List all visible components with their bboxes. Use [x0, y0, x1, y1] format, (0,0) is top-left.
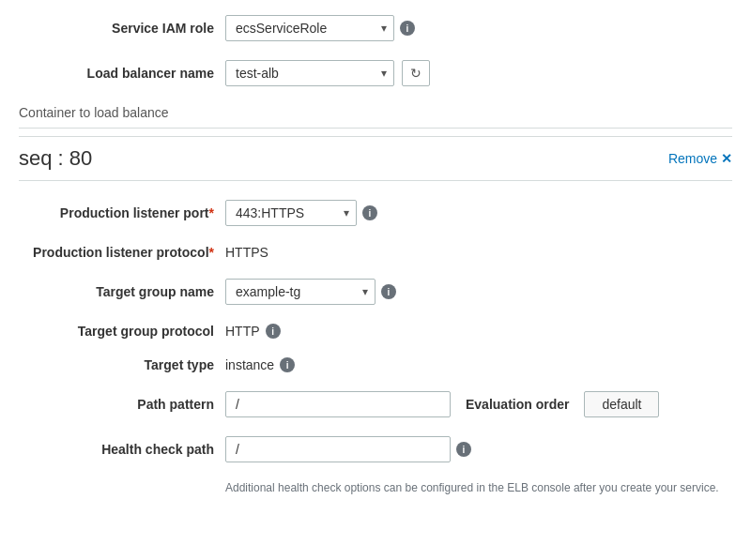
- evaluation-order-label: Evaluation order: [466, 397, 569, 412]
- target-type-label: Target type: [19, 357, 225, 372]
- container-id: seq : 80: [19, 146, 92, 171]
- remove-x-icon: ✕: [721, 151, 732, 166]
- target-type-value: instance: [225, 357, 274, 372]
- service-iam-role-info-icon[interactable]: i: [400, 21, 415, 36]
- service-iam-role-label: Service IAM role: [19, 21, 225, 36]
- target-group-protocol-label: Target group protocol: [19, 324, 225, 339]
- production-listener-port-info-icon[interactable]: i: [362, 205, 377, 220]
- target-type-info-icon[interactable]: i: [280, 357, 295, 372]
- target-type-row: Target type instance i: [19, 357, 732, 372]
- path-pattern-row: Path pattern Evaluation order: [19, 391, 732, 417]
- target-group-protocol-info-icon[interactable]: i: [266, 324, 281, 339]
- path-pattern-input[interactable]: [225, 391, 451, 417]
- refresh-icon: ↻: [410, 66, 421, 81]
- production-listener-port-row: Production listener port 443:HTTPS ▾ i: [19, 200, 732, 226]
- health-check-path-label: Health check path: [19, 442, 225, 457]
- service-iam-role-select-wrapper: ecsServiceRole ▾: [225, 15, 394, 41]
- service-iam-role-row: Service IAM role ecsServiceRole ▾ i: [19, 15, 732, 41]
- load-balancer-name-select[interactable]: test-alb: [225, 60, 394, 86]
- path-pattern-and-eval-row: Evaluation order: [225, 391, 659, 417]
- health-check-path-input[interactable]: [225, 436, 451, 462]
- production-listener-port-label: Production listener port: [19, 205, 225, 220]
- container-fields: Production listener port 443:HTTPS ▾ i P…: [19, 181, 732, 502]
- target-group-protocol-row: Target group protocol HTTP i: [19, 324, 732, 339]
- remove-button[interactable]: Remove ✕: [668, 151, 732, 166]
- refresh-button[interactable]: ↻: [402, 60, 430, 86]
- target-group-name-info-icon[interactable]: i: [381, 284, 396, 299]
- production-listener-protocol-row: Production listener protocol HTTPS: [19, 245, 732, 260]
- target-group-protocol-value: HTTP: [225, 324, 260, 339]
- target-group-name-label: Target group name: [19, 284, 225, 299]
- container-header: seq : 80 Remove ✕: [19, 137, 732, 181]
- section-title: Container to load balance: [19, 105, 732, 129]
- health-check-path-row: Health check path i: [19, 436, 732, 462]
- container-section: seq : 80 Remove ✕ Production listener po…: [19, 136, 732, 502]
- page-container: Service IAM role ecsServiceRole ▾ i Load…: [0, 0, 751, 517]
- evaluation-order-input[interactable]: [584, 391, 659, 417]
- production-listener-protocol-label: Production listener protocol: [19, 245, 225, 260]
- load-balancer-name-select-wrapper: test-alb ▾: [225, 60, 394, 86]
- production-listener-protocol-value: HTTPS: [225, 245, 268, 260]
- production-listener-port-select-wrapper: 443:HTTPS ▾: [225, 200, 357, 226]
- target-group-name-select[interactable]: example-tg: [225, 279, 376, 305]
- service-iam-role-select[interactable]: ecsServiceRole: [225, 15, 394, 41]
- target-group-name-row: Target group name example-tg ▾ i: [19, 279, 732, 305]
- target-group-name-select-wrapper: example-tg ▾: [225, 279, 376, 305]
- health-check-path-info-icon[interactable]: i: [456, 442, 471, 457]
- path-pattern-label: Path pattern: [19, 397, 225, 412]
- load-balancer-name-label: Load balancer name: [19, 66, 225, 81]
- load-balancer-name-row: Load balancer name test-alb ▾ ↻: [19, 60, 732, 86]
- production-listener-port-select[interactable]: 443:HTTPS: [225, 200, 357, 226]
- health-check-hint: Additional health check options can be c…: [225, 481, 732, 494]
